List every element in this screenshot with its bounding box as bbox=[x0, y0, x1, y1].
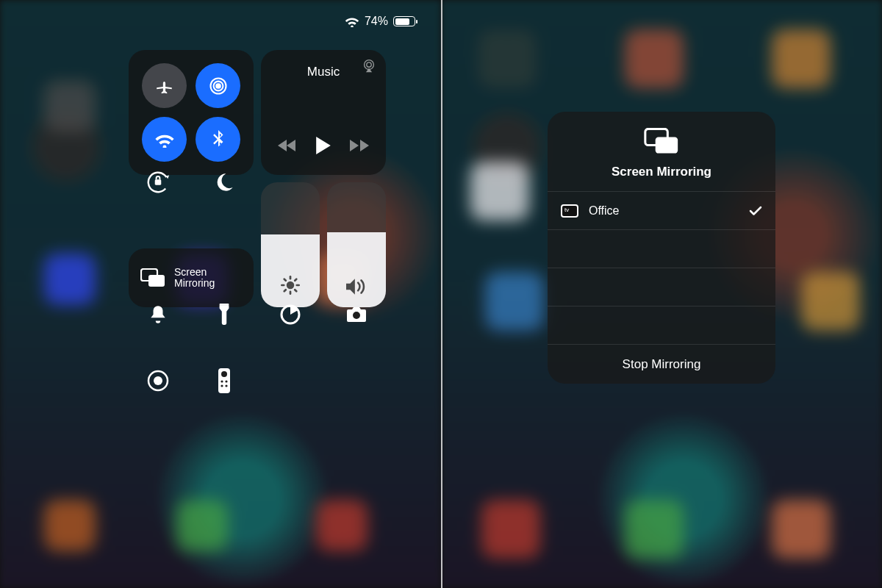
bluetooth-icon bbox=[212, 130, 224, 149]
panel-control-center: 74% bbox=[0, 0, 441, 588]
moon-icon bbox=[214, 172, 234, 193]
record-icon bbox=[146, 369, 170, 392]
svg-point-22 bbox=[154, 376, 162, 385]
battery-icon bbox=[393, 16, 415, 26]
wifi-toggle[interactable] bbox=[142, 117, 187, 162]
screen-mirroring-icon bbox=[140, 268, 165, 287]
rewind-button[interactable] bbox=[278, 139, 297, 152]
bluetooth-toggle[interactable] bbox=[196, 117, 240, 162]
svg-rect-18 bbox=[220, 304, 229, 306]
svg-line-15 bbox=[295, 290, 296, 291]
svg-point-9 bbox=[287, 282, 295, 290]
svg-line-14 bbox=[284, 279, 286, 281]
screen-mirroring-title: Screen Mirroring bbox=[555, 165, 768, 179]
checkmark-icon bbox=[749, 206, 762, 216]
svg-line-16 bbox=[284, 290, 286, 291]
panel-divider bbox=[441, 0, 442, 588]
stop-mirroring-button[interactable]: Stop Mirroring bbox=[548, 344, 775, 384]
orientation-lock-icon bbox=[145, 169, 171, 196]
play-button[interactable] bbox=[316, 137, 331, 154]
wifi-icon bbox=[345, 15, 359, 27]
svg-point-27 bbox=[220, 384, 223, 387]
svg-rect-30 bbox=[656, 137, 678, 153]
svg-rect-6 bbox=[155, 179, 162, 185]
connectivity-tile[interactable] bbox=[129, 50, 254, 175]
screen-mirroring-button[interactable]: Screen Mirroring bbox=[129, 248, 254, 307]
svg-point-25 bbox=[220, 380, 223, 382]
airdrop-toggle[interactable] bbox=[196, 63, 240, 108]
screen-mirroring-icon bbox=[644, 128, 679, 154]
wifi-icon bbox=[154, 132, 175, 148]
timer-icon bbox=[279, 304, 301, 326]
svg-point-26 bbox=[225, 380, 227, 382]
remote-icon bbox=[218, 368, 230, 393]
apple-tv-icon bbox=[561, 204, 578, 218]
mirroring-empty-row bbox=[548, 229, 775, 268]
camera-icon bbox=[345, 306, 368, 323]
flashlight-icon bbox=[218, 304, 230, 326]
screen-mirroring-label: Screen Mirroring bbox=[174, 267, 215, 290]
mirroring-device-row[interactable]: Office bbox=[548, 191, 775, 229]
airplane-mode-toggle[interactable] bbox=[142, 63, 187, 108]
mirroring-empty-row bbox=[548, 268, 775, 306]
stop-mirroring-label: Stop Mirroring bbox=[623, 357, 701, 372]
status-bar: 74% bbox=[345, 15, 415, 28]
svg-rect-8 bbox=[148, 275, 165, 287]
airdrop-icon bbox=[208, 76, 229, 96]
screen-mirroring-card: Screen Mirroring Office Stop Mirroring bbox=[548, 112, 775, 384]
music-title: Music bbox=[261, 65, 386, 79]
svg-point-20 bbox=[353, 312, 360, 319]
svg-point-28 bbox=[225, 384, 227, 387]
mirroring-empty-row bbox=[548, 306, 775, 344]
battery-percent-text: 74% bbox=[365, 15, 388, 28]
svg-point-24 bbox=[221, 371, 227, 377]
forward-button[interactable] bbox=[350, 139, 369, 152]
svg-line-17 bbox=[295, 279, 296, 281]
airplane-icon bbox=[155, 76, 174, 96]
bell-icon bbox=[148, 304, 168, 325]
brightness-slider[interactable] bbox=[261, 182, 320, 307]
volume-slider[interactable] bbox=[327, 182, 386, 307]
mirroring-device-name: Office bbox=[589, 204, 620, 218]
panel-screen-mirroring: Screen Mirroring Office Stop Mirroring bbox=[441, 0, 882, 588]
music-tile[interactable]: Music bbox=[261, 50, 386, 175]
svg-point-0 bbox=[216, 84, 220, 88]
